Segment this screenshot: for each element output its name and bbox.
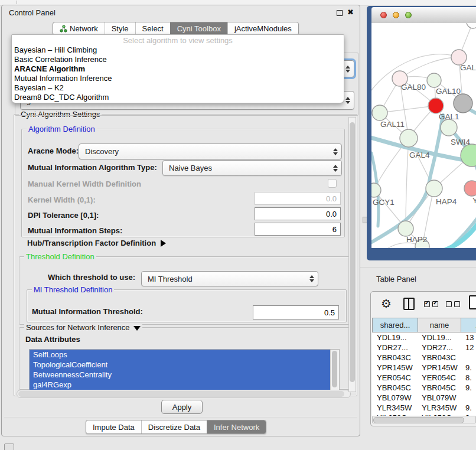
network-window-titlebar[interactable] xyxy=(371,7,476,24)
kernel-width-field[interactable]: 0.0 xyxy=(255,192,341,205)
apply-button[interactable]: Apply xyxy=(161,400,203,414)
network-node-label: Y xyxy=(472,196,476,205)
close-traffic-light-icon[interactable] xyxy=(380,12,387,18)
data-attribute-item[interactable]: TopologicalCoefficient xyxy=(30,360,331,370)
tab-jactivemnodules[interactable]: jActiveMNodules xyxy=(227,22,298,35)
manual-kernel-width-checkbox[interactable] xyxy=(328,179,337,188)
select-all-columns-button[interactable] xyxy=(424,301,438,307)
network-node-label: HAP4 xyxy=(436,197,457,206)
tab-discretize-data[interactable]: Discretize Data xyxy=(141,420,207,433)
scrollbar-thumb[interactable] xyxy=(350,122,355,382)
mi-steps-label: Mutual Information Steps: xyxy=(28,226,122,235)
table-row[interactable]: YDL19...YDL19...13 xyxy=(372,332,476,343)
table-row[interactable]: YDR27...YDR27...12 xyxy=(372,343,476,353)
mi-threshold-definition-group: MI Threshold Definition Mutual Informati… xyxy=(27,289,347,322)
network-node[interactable] xyxy=(428,98,444,113)
algorithm-list-item[interactable]: Bayesian – K2 xyxy=(12,83,344,93)
network-node-label: GAL80 xyxy=(401,83,426,92)
table-horizontal-scrollbar[interactable] xyxy=(372,416,476,423)
mi-steps-field[interactable]: 6 xyxy=(255,223,341,236)
partial-corner-widget[interactable] xyxy=(4,444,14,450)
network-node[interactable] xyxy=(371,183,381,197)
scrollbar-thumb[interactable] xyxy=(18,391,344,397)
network-node[interactable] xyxy=(464,181,476,196)
network-node-label: GAL11 xyxy=(380,120,405,129)
columns-icon[interactable] xyxy=(403,298,415,310)
collapse-down-icon[interactable] xyxy=(133,326,141,331)
network-node-label: GAL xyxy=(460,63,476,72)
tab-cyni-toolbox[interactable]: Cyni Toolbox xyxy=(170,22,227,35)
network-node[interactable] xyxy=(398,221,413,236)
mi-algorithm-type-combobox[interactable]: Naive Bayes xyxy=(162,160,342,176)
table-cell: YBR043C xyxy=(418,353,462,363)
network-node-label: GCY1 xyxy=(373,198,395,207)
mi-threshold-field[interactable]: 0.5 xyxy=(253,305,339,319)
unchecked-checkbox-icon xyxy=(446,301,452,307)
which-threshold-combobox[interactable]: MI Threshold xyxy=(141,271,318,286)
network-node[interactable] xyxy=(461,144,476,167)
network-node[interactable] xyxy=(441,119,457,136)
network-node[interactable] xyxy=(467,23,476,28)
table-row[interactable]: YBR043CYBR043C xyxy=(372,353,476,363)
data-attributes-list: SelfLoopsTopologicalCoefficientBetweenne… xyxy=(29,349,340,390)
table-column-header[interactable]: shared... xyxy=(372,318,418,332)
table-column-header[interactable]: A xyxy=(461,318,476,332)
minimize-traffic-light-icon[interactable] xyxy=(393,12,399,18)
table-cell: 12 xyxy=(462,343,476,353)
vertical-scrollbar[interactable] xyxy=(348,117,356,392)
list-scrollbar[interactable] xyxy=(330,350,339,390)
control-panel-window: Control Panel ✖ NetworkStyleSelectCyni T… xyxy=(1,5,360,436)
network-node[interactable] xyxy=(372,105,387,120)
table-cell: YDR27... xyxy=(372,343,418,353)
table-cell: 8. xyxy=(462,373,476,383)
tab-network[interactable]: Network xyxy=(53,22,105,35)
table-column-header[interactable]: name xyxy=(418,318,461,332)
data-attribute-item[interactable]: SelfLoops xyxy=(30,350,331,360)
network-canvas[interactable]: GALGAL80GAL10GAL1GAL11SWI4GAL4GCY1HAP4YH… xyxy=(371,23,476,248)
algorithm-list-item[interactable]: ARACNE Algorithm xyxy=(12,64,344,74)
scrollbar-thumb[interactable] xyxy=(332,351,337,387)
group-title: MI Threshold Definition xyxy=(32,285,114,294)
table-row[interactable]: YPR145WYPR145W9. xyxy=(372,363,476,373)
algorithm-list-item[interactable]: Mutual Information Inference xyxy=(12,74,344,83)
tab-style[interactable]: Style xyxy=(105,22,135,35)
zoom-traffic-light-icon[interactable] xyxy=(405,12,412,18)
gear-icon[interactable]: ⚙ xyxy=(381,296,392,311)
tab-infer-network[interactable]: Infer Network xyxy=(207,420,266,433)
network-node[interactable] xyxy=(454,94,472,113)
network-node[interactable] xyxy=(427,73,441,87)
algorithm-list-item[interactable]: Bayesian – Hill Climbing xyxy=(12,45,344,55)
algorithm-list-item[interactable]: Dream8 DC_TDC Algorithm xyxy=(12,93,344,102)
sources-group: Sources for Network Inference Data Attri… xyxy=(19,327,352,390)
document-icon[interactable] xyxy=(469,295,476,309)
dpi-tolerance-field[interactable]: 0.0 xyxy=(255,207,341,220)
data-attribute-item[interactable]: gal4RGexp xyxy=(30,380,331,390)
table-row[interactable]: YBR045CYBR045C9. xyxy=(372,383,476,393)
tab-impute-data[interactable]: Impute Data xyxy=(86,420,141,433)
combo-arrows-icon xyxy=(333,148,338,155)
mi-algorithm-type-value: Naive Bayes xyxy=(169,161,212,175)
table-cell: YER054C xyxy=(418,373,462,383)
network-node[interactable] xyxy=(426,180,442,197)
table-cell: YER054C xyxy=(372,373,418,383)
data-attribute-item[interactable]: BetweennessCentrality xyxy=(30,370,331,380)
table-row[interactable]: YER054CYER054C8. xyxy=(372,373,476,383)
scrollbar-thumb[interactable] xyxy=(373,417,464,423)
tab-label: Discretize Data xyxy=(148,423,200,432)
network-node[interactable] xyxy=(400,129,418,147)
cyni-algorithm-settings-group: Cyni Algorithm Settings Algorithm Defini… xyxy=(14,114,357,396)
algorithm-definition-group: Algorithm Definition Aracne Mode: Discov… xyxy=(21,129,345,237)
hub-transcription-expander[interactable]: Hub/Transcription Factor Definition xyxy=(27,239,166,247)
horizontal-scrollbar[interactable] xyxy=(17,390,351,398)
table-cell: YPR145W xyxy=(372,363,418,373)
algorithm-list-item[interactable]: Basic Correlation Inference xyxy=(12,55,344,64)
aracne-mode-combobox[interactable]: Discovery xyxy=(79,144,342,159)
float-window-icon[interactable] xyxy=(337,10,343,16)
tab-label: Select xyxy=(142,24,164,33)
deselect-all-columns-button[interactable] xyxy=(446,301,460,307)
table-row[interactable]: YBL079WYBL079W xyxy=(372,393,476,403)
tab-select[interactable]: Select xyxy=(135,22,170,35)
close-icon[interactable]: ✖ xyxy=(347,8,354,17)
checked-checkbox-icon xyxy=(432,301,438,307)
table-row[interactable]: YLR345WYLR345W9. xyxy=(372,403,476,413)
